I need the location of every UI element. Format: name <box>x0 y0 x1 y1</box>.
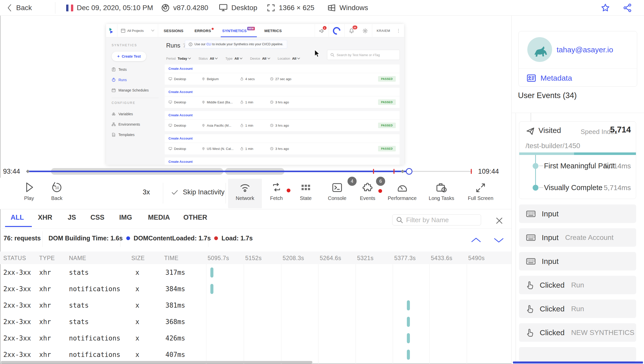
run-name-link[interactable]: Create Account <box>165 111 400 120</box>
sidebar-item-runs[interactable]: Runs <box>112 75 164 85</box>
timeline-progress <box>28 171 409 172</box>
filter-location[interactable]: LocationAll <box>278 57 300 60</box>
tab-errors[interactable]: ERRORS <box>194 29 211 33</box>
run-card[interactable]: Create Account Desktop Belgium 4 secs 27… <box>165 64 400 85</box>
pointer-icon <box>526 305 534 313</box>
long-tasks-panel-button[interactable]: Long Tasks <box>424 181 459 201</box>
sidebar-item-tests[interactable]: Tests <box>112 64 164 75</box>
cli-link[interactable]: CLI <box>206 42 211 46</box>
event-marker[interactable] <box>401 170 404 173</box>
chevron-down-icon <box>240 58 242 59</box>
full-screen-button[interactable]: Full Screen <box>462 181 500 201</box>
filter-period[interactable]: PeriodToday <box>166 57 191 60</box>
announcements-button[interactable]: 1 <box>315 24 329 37</box>
net-tab-css[interactable]: CSS <box>90 214 105 221</box>
sidebar-item-manage-schedules[interactable]: Manage Schedules <box>112 85 164 95</box>
close-panel-button[interactable] <box>496 217 503 224</box>
metadata-button[interactable]: Metadata <box>527 74 572 82</box>
filter-device[interactable]: DeviceAll <box>250 57 270 60</box>
network-filter-input[interactable] <box>406 216 477 224</box>
sidebar-item-templates[interactable]: Templates <box>112 129 164 140</box>
share-button[interactable] <box>623 0 632 16</box>
horizontal-sc rollbar[interactable] <box>1 361 312 363</box>
kebab-menu[interactable]: ⋮ <box>393 28 404 33</box>
request-row[interactable]: 2xx-3xxxhrstatsx381ms <box>0 297 511 313</box>
click-event-card[interactable]: ClickedNEW SYNTHETICS <box>519 323 636 342</box>
request-row[interactable]: 2xx-3xxxhrnotificationsx426ms <box>0 330 511 346</box>
tab-synthetics[interactable]: SYNTHETICSNEW <box>222 29 247 33</box>
error-marker[interactable] <box>471 169 472 174</box>
back-button[interactable]: Back <box>7 0 32 16</box>
create-test-button[interactable]: +Create Test <box>112 52 146 61</box>
file-code-icon <box>112 133 116 137</box>
speed-bar <box>519 152 636 155</box>
net-tab-img[interactable]: IMG <box>119 214 132 221</box>
request-row[interactable]: 2xx-3xxxhrstatsx317ms <box>0 264 511 281</box>
network-panel-button[interactable]: Network <box>231 181 259 201</box>
run-name-link[interactable]: Create Account <box>165 134 400 143</box>
tab-metrics[interactable]: METRICS <box>264 29 282 33</box>
favorite-button[interactable] <box>601 0 610 16</box>
run-name-link[interactable]: Create Account <box>165 88 400 96</box>
performance-panel-button[interactable]: Performance <box>384 181 420 201</box>
tab-sessions[interactable]: SESSIONS <box>164 29 183 33</box>
run-card[interactable]: Create Account Desktop US West (N. Cal..… <box>165 134 400 154</box>
error-marker[interactable] <box>393 169 394 174</box>
next-request-button[interactable] <box>493 237 505 244</box>
calendar-icon <box>112 88 116 92</box>
filter-status[interactable]: StatusAll <box>199 57 218 60</box>
request-row[interactable]: 2xx-3xxxhrstatsx368ms <box>0 313 511 330</box>
sidebar-item-variables[interactable]: Variables <box>112 109 164 119</box>
click-event-card[interactable]: ClickedRun <box>519 276 636 294</box>
net-tab-other[interactable]: OTHER <box>183 214 207 221</box>
run-card[interactable]: Create Account Desktop Canada (Central..… <box>165 157 400 165</box>
run-device: Desktop <box>168 100 202 104</box>
play-button[interactable]: Play <box>19 181 39 201</box>
net-tab-all[interactable]: ALL <box>11 214 24 221</box>
fetch-panel-button[interactable]: Fetch <box>264 181 288 201</box>
project-selector[interactable]: All Projects <box>117 24 158 37</box>
dom-building-time: DOM Building Time: 1.6s <box>48 235 123 242</box>
network-filter[interactable] <box>392 214 481 225</box>
puzzle-icon <box>362 182 373 193</box>
skip-inactivity-toggle[interactable]: Skip Inactivity <box>171 188 225 196</box>
visited-event-card[interactable]: Visited Speed Index 5,714 /test-builder/… <box>519 121 636 199</box>
sidebar-item-environments[interactable]: Environments <box>112 119 164 129</box>
test-search-input[interactable] <box>337 53 397 57</box>
run-card[interactable]: Create Account Desktop Middle East (Ba..… <box>165 88 400 108</box>
req-status: 2xx-3xx <box>3 302 31 309</box>
net-tab-media[interactable]: MEDIA <box>148 214 170 221</box>
error-marker[interactable] <box>373 169 374 174</box>
playhead[interactable] <box>406 168 412 175</box>
request-row[interactable]: 2xx-3xxxhrnotificationsx384ms <box>0 281 511 297</box>
click-event-card[interactable]: ClickedRun <box>519 300 636 318</box>
input-event-card[interactable]: InputCreate Account <box>519 228 636 247</box>
chrome-icon <box>161 4 170 12</box>
run-card[interactable]: Create Account Desktop Asia Pacific (M..… <box>165 111 400 131</box>
partial-event-card[interactable] <box>519 347 636 361</box>
speed-toggle[interactable]: 3x <box>143 188 150 196</box>
test-search[interactable] <box>327 50 400 60</box>
prev-request-button[interactable] <box>470 237 482 244</box>
stopwatch-icon <box>240 77 243 81</box>
user-menu[interactable]: KRAIEM <box>372 24 393 37</box>
req-time: 407ms <box>165 351 185 358</box>
filter-type[interactable]: TypeAll <box>225 57 242 60</box>
settings-button[interactable] <box>358 24 372 37</box>
back-10s-button[interactable]: 10 Back <box>47 181 67 201</box>
event-marker[interactable] <box>26 170 30 173</box>
console-panel-button[interactable]: 4 Console <box>323 181 351 201</box>
run-name-link[interactable]: Create Account <box>165 64 400 73</box>
run-location: Middle East (Ba... <box>202 100 240 104</box>
request-row[interactable]: 2xx-3xxxhrnotificationsx407ms <box>0 346 511 363</box>
input-event-card[interactable]: Input <box>519 204 636 223</box>
timeline-track[interactable] <box>28 171 472 172</box>
state-panel-button[interactable]: State <box>294 181 318 201</box>
run-name-link[interactable]: Create Account <box>165 157 400 165</box>
user-email-link[interactable]: tahay@asayer.io <box>557 46 613 54</box>
input-event-card[interactable]: Input <box>519 252 636 270</box>
notifications-button[interactable]: 33 <box>344 24 358 37</box>
net-tab-xhr[interactable]: XHR <box>38 214 52 221</box>
events-panel-button[interactable]: 6 Events <box>356 181 380 201</box>
net-tab-js[interactable]: JS <box>68 214 76 221</box>
